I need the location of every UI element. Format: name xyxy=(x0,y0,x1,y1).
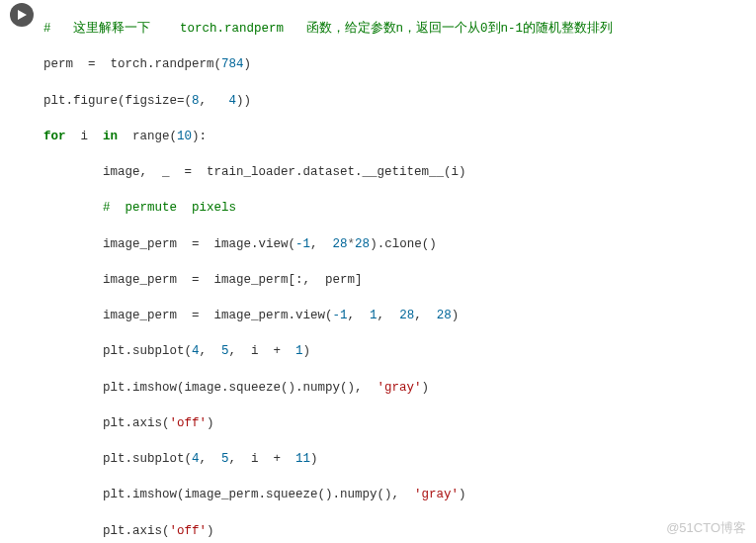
code-editor[interactable]: # 这里解释一下 torch.randperm 函数，给定参数n，返回一个从0到… xyxy=(43,0,756,543)
code-cell: # 这里解释一下 torch.randperm 函数，给定参数n，返回一个从0到… xyxy=(0,0,756,543)
code-comment: # 这里解释一下 torch.randperm 函数，给定参数n，返回一个从0到… xyxy=(43,22,613,36)
run-cell-button[interactable] xyxy=(10,3,34,27)
code-gutter xyxy=(0,0,43,27)
svg-marker-0 xyxy=(18,10,27,20)
play-icon xyxy=(16,9,28,21)
